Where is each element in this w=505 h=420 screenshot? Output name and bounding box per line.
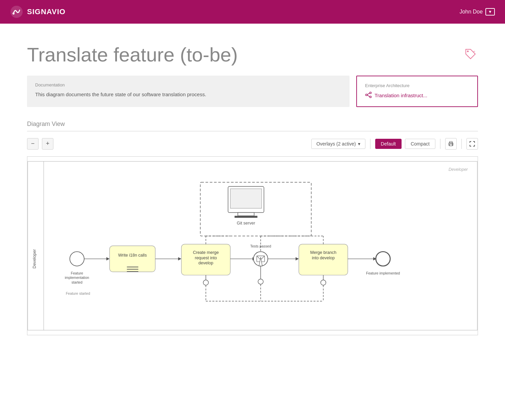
svg-point-3 — [366, 94, 367, 96]
svg-point-19 — [70, 252, 84, 266]
nodes-icon — [365, 91, 372, 98]
ea-link-row: Translation infrastruct... — [365, 91, 469, 100]
main-content: Translate feature (to-be) Documentation … — [0, 24, 505, 349]
svg-line-7 — [367, 95, 370, 97]
start-event-label3: started — [71, 280, 82, 284]
svg-rect-9 — [450, 144, 452, 146]
diagram-canvas: Developer Developer Git server — [27, 156, 478, 335]
app-header: SIGNAVIO John Doe ▼ — [0, 0, 505, 24]
default-view-button[interactable]: Default — [375, 139, 402, 149]
print-button[interactable] — [445, 138, 457, 150]
logo-icon — [10, 5, 23, 18]
separator-2 — [440, 139, 440, 149]
svg-point-2 — [467, 51, 469, 52]
header-lane-label: Developer — [449, 167, 468, 172]
git-server-label: Git server — [237, 221, 255, 226]
create-merge-request-task: Create merge request into develop — [182, 244, 231, 275]
diagram-section-title: Diagram View — [27, 121, 478, 131]
svg-rect-22 — [110, 246, 155, 272]
zoom-out-button[interactable]: − — [27, 138, 39, 150]
print-icon — [448, 141, 454, 147]
page-title: Translate feature (to-be) — [27, 44, 238, 65]
overlays-label: Overlays (2 active) — [316, 141, 356, 147]
merge-branch-task: Merge branch into develop — [299, 244, 348, 275]
title-icon — [463, 47, 478, 64]
ea-link[interactable]: Translation infrastruct... — [375, 93, 427, 98]
diagram-toolbar: − + Overlays (2 active) ▾ Default Compac… — [27, 138, 478, 150]
svg-point-5 — [370, 96, 371, 98]
overlays-arrow-icon: ▾ — [358, 141, 360, 147]
write-i18n-task: Write i18n calls — [110, 246, 155, 272]
fullscreen-icon — [469, 141, 475, 147]
doc-panel-text: This diagram documents the future state … — [35, 91, 341, 99]
separator-1 — [370, 139, 370, 149]
fullscreen-button[interactable] — [466, 138, 478, 150]
diagram-view-section: Diagram View − + Overlays (2 active) ▾ D… — [27, 121, 478, 335]
logo: SIGNAVIO — [10, 5, 66, 18]
bpmn-diagram: Developer Developer Git server — [27, 157, 478, 335]
svg-point-45 — [321, 280, 326, 285]
page-title-row: Translate feature (to-be) — [27, 44, 478, 65]
merge-req-label2: request into — [195, 255, 217, 260]
ea-link-icon — [365, 91, 372, 100]
user-name: John Doe — [460, 9, 483, 15]
start-event-label: Feature — [71, 271, 83, 275]
overlays-button[interactable]: Overlays (2 active) ▾ — [311, 139, 365, 149]
svg-rect-17 — [235, 216, 258, 218]
write-i18n-label: Write i18n calls — [118, 253, 147, 258]
svg-point-29 — [203, 280, 208, 285]
feature-started-label: Feature started — [66, 291, 90, 295]
ea-panel-label: Enterprise Architecture — [365, 83, 469, 88]
svg-line-6 — [367, 93, 370, 95]
svg-point-38 — [258, 279, 263, 284]
user-chevron-icon: ▼ — [485, 8, 495, 16]
logo-text: SIGNAVIO — [27, 7, 66, 16]
doc-panel-label: Documentation — [35, 82, 341, 87]
svg-rect-15 — [230, 189, 262, 208]
merge-branch-label1: Merge branch — [310, 250, 336, 255]
documentation-panel: Documentation This diagram documents the… — [27, 76, 350, 107]
enterprise-architecture-panel: Enterprise Architecture Translation infr… — [356, 76, 478, 107]
separator-3 — [461, 139, 462, 149]
svg-point-4 — [370, 92, 371, 94]
end-event-label: Feature implemented — [366, 271, 400, 275]
svg-rect-16 — [238, 212, 254, 216]
merge-branch-label2: into develop — [312, 255, 335, 260]
info-panels: Documentation This diagram documents the… — [27, 76, 478, 107]
merge-req-label1: Create merge — [193, 250, 219, 255]
user-menu[interactable]: John Doe ▼ — [460, 8, 495, 16]
compact-view-button[interactable]: Compact — [405, 139, 435, 149]
side-lane-label: Developer — [32, 249, 37, 268]
zoom-in-button[interactable]: + — [42, 138, 53, 150]
svg-point-1 — [13, 12, 15, 15]
start-event-label2: implementation — [65, 275, 89, 280]
merge-req-label3: develop — [198, 261, 213, 265]
svg-point-11 — [452, 143, 453, 144]
tag-icon — [463, 47, 478, 61]
svg-point-51 — [376, 252, 390, 266]
